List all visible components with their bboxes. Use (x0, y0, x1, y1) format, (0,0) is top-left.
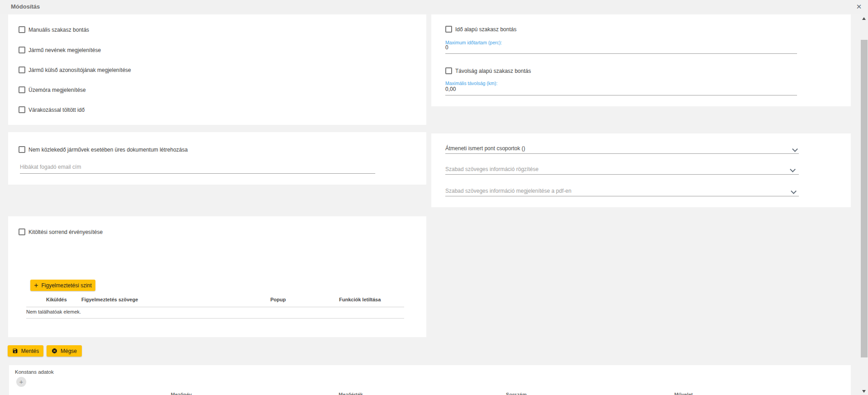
checkbox-row-fill-order: Kitöltési sorrend érvényesítése (8, 228, 415, 236)
scrollbar-thumb[interactable] (861, 40, 868, 357)
save-button[interactable]: Mentés (8, 345, 43, 357)
manual-split-label: Manuális szakasz bontás (28, 27, 89, 33)
time-split-checkbox[interactable] (445, 26, 452, 33)
empty-doc-checkbox[interactable] (19, 146, 25, 153)
manual-split-checkbox[interactable] (19, 26, 25, 33)
vehicle-name-label: Jármű nevének megjelenítése (28, 47, 101, 53)
known-point-groups-value: Átmeneti ismert pont csoportok () (445, 145, 525, 152)
known-point-groups-select[interactable]: Átmeneti ismert pont csoportok () (431, 133, 851, 156)
close-icon[interactable]: ✕ (854, 2, 864, 12)
scroll-down-icon[interactable] (862, 390, 866, 393)
dialog-title: Módosítás (11, 3, 40, 10)
table-header-funkciok: Funkciók letiltása (339, 297, 381, 302)
constants-title: Konstans adatok (15, 369, 54, 375)
checkbox-row-operating-hours: Üzemóra megjelenítése (8, 86, 415, 94)
checkbox-row-manual-split: Manuális szakasz bontás (8, 26, 415, 34)
modify-dialog: Módosítás ✕ Manuális szakasz bontás Járm… (0, 0, 868, 395)
max-distance-input[interactable] (445, 85, 797, 95)
free-text-pdf-placeholder: Szabad szöveges információ megjelenítése… (445, 188, 571, 194)
vehicle-name-checkbox[interactable] (19, 47, 25, 53)
time-split-label: Idő alapú szakasz bontás (455, 26, 516, 33)
fill-order-card: Kitöltési sorrend érvényesítése + Figyel… (8, 216, 426, 337)
split-settings-card: Idő alapú szakasz bontás Maximum időtart… (431, 14, 851, 106)
distance-split-checkbox[interactable] (445, 67, 452, 74)
checkbox-row-vehicle-name: Jármű nevének megjelenítése (8, 46, 415, 54)
save-button-label: Mentés (21, 348, 39, 354)
cancel-icon (52, 348, 57, 354)
table-empty-message: Nem találhatóak elemek. (26, 309, 81, 314)
save-icon (12, 348, 18, 354)
add-warning-level-label: Figyelmeztetési szint (41, 282, 91, 289)
chevron-down-icon (790, 167, 796, 172)
document-card: Nem közlekedő járművek esetében üres dok… (8, 132, 426, 185)
vehicle-ext-id-checkbox[interactable] (19, 67, 25, 73)
dialog-titlebar: Módosítás ✕ (0, 0, 868, 14)
waiting-time-checkbox[interactable] (19, 106, 25, 113)
table-divider-top (26, 307, 404, 307)
free-text-record-placeholder: Szabad szöveges információ rögzítése (445, 166, 538, 172)
dropdowns-card: Átmeneti ismert pont csoportok () Szabad… (431, 133, 851, 207)
distance-split-label: Távolság alapú szakasz bontás (455, 68, 531, 74)
constants-column-muvelet: Művelet (675, 392, 693, 395)
checkbox-row-vehicle-ext-id: Jármű külső azonosítójának megjelenítése (8, 66, 415, 74)
checkbox-row-distance-split: Távolság alapú szakasz bontás (431, 67, 838, 75)
display-options-card: Manuális szakasz bontás Jármű nevének me… (8, 14, 426, 125)
operating-hours-label: Üzemóra megjelenítése (28, 87, 86, 93)
error-email-input[interactable] (20, 162, 375, 174)
constants-card: Konstans adatok + Mezőnév Mezőérték Sors… (9, 365, 851, 395)
cancel-button-label: Mégse (61, 348, 77, 354)
cancel-button[interactable]: Mégse (47, 345, 82, 357)
vehicle-ext-id-label: Jármű külső azonosítójának megjelenítése (28, 67, 131, 73)
table-header-popup: Popup (270, 297, 286, 302)
constants-column-mezoertek: Mezőérték (339, 392, 363, 395)
table-header-kikuldes: Kiküldés (46, 297, 67, 302)
free-text-record-select[interactable]: Szabad szöveges információ rögzítése (431, 156, 851, 177)
select-underline (445, 196, 799, 196)
add-constant-button[interactable]: + (16, 377, 26, 387)
constants-column-mezonev: Mezőnév (171, 392, 192, 395)
operating-hours-checkbox[interactable] (19, 86, 25, 93)
vertical-scrollbar[interactable] (860, 14, 868, 395)
free-text-pdf-select[interactable]: Szabad szöveges információ megjelenítése… (431, 178, 851, 199)
checkbox-row-empty-doc: Nem közlekedő járművek esetében üres dok… (8, 146, 415, 154)
max-duration-input[interactable] (445, 43, 797, 54)
plus-icon: + (34, 283, 38, 288)
scroll-up-icon[interactable] (862, 17, 866, 20)
constants-column-sorszam: Sorszám (506, 392, 527, 395)
table-divider-bottom (26, 318, 404, 319)
table-header-figyelmeztetes: Figyelmeztetés szövege (81, 297, 138, 302)
select-underline (445, 153, 799, 154)
chevron-down-icon (792, 146, 798, 152)
waiting-time-label: Várakozással töltött idő (28, 107, 85, 113)
select-underline (445, 174, 799, 175)
empty-doc-label: Nem közlekedő járművek esetében üres dok… (28, 147, 188, 153)
fill-order-checkbox[interactable] (19, 228, 25, 235)
fill-order-label: Kitöltési sorrend érvényesítése (28, 229, 103, 235)
checkbox-row-waiting-time: Várakozással töltött idő (8, 106, 415, 114)
chevron-down-icon (791, 188, 797, 194)
add-warning-level-button[interactable]: + Figyelmeztetési szint (30, 280, 95, 291)
checkbox-row-time-split: Idő alapú szakasz bontás (431, 25, 838, 33)
